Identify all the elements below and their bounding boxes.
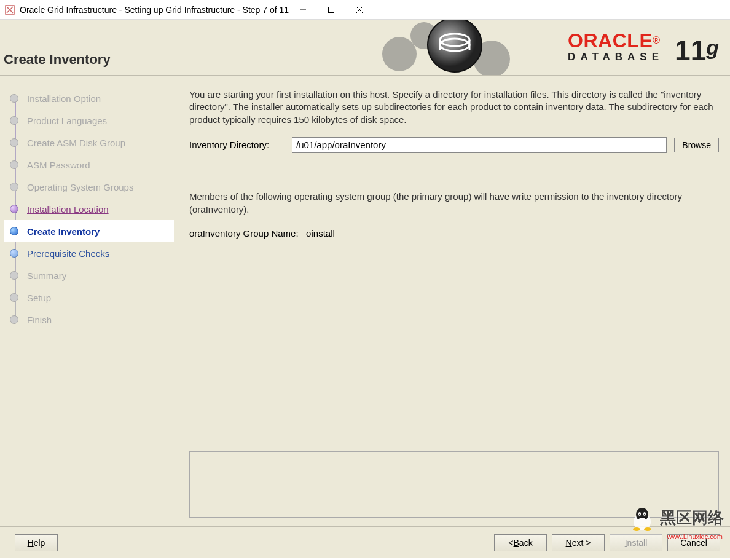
step-bullet-icon bbox=[10, 94, 18, 103]
wizard-step-product-languages: Product Languages bbox=[4, 109, 174, 132]
logo-version: 11g bbox=[675, 38, 719, 63]
step-label: Finish bbox=[27, 315, 52, 325]
step-label: Setup bbox=[27, 293, 51, 303]
help-button[interactable]: Help bbox=[15, 534, 58, 551]
minimize-button[interactable] bbox=[289, 1, 317, 19]
page-title: Create Inventory bbox=[4, 52, 111, 68]
step-bullet-icon bbox=[10, 205, 18, 213]
wizard-footer: Help < Back Next > Install Cancel bbox=[0, 526, 730, 558]
wizard-content: You are starting your first installation… bbox=[178, 76, 730, 526]
browse-button[interactable]: Browse bbox=[674, 138, 719, 152]
logo-brand: ORACLE bbox=[568, 30, 653, 52]
step-label: Operating System Groups bbox=[27, 182, 133, 192]
back-button[interactable]: < Back bbox=[494, 534, 547, 551]
step-bullet-icon bbox=[10, 227, 18, 235]
gear-art-icon bbox=[381, 20, 522, 76]
install-button[interactable]: Install bbox=[610, 534, 662, 551]
step-bullet-icon bbox=[10, 160, 18, 169]
step-label: Summary bbox=[27, 270, 66, 281]
intro-text: You are starting your first installation… bbox=[189, 89, 719, 126]
step-bullet-icon bbox=[10, 138, 18, 147]
maximize-button[interactable] bbox=[317, 1, 345, 19]
wizard-step-operating-system-groups: Operating System Groups bbox=[4, 176, 174, 198]
svg-line-4 bbox=[356, 7, 363, 13]
wizard-step-create-asm-disk-group: Create ASM Disk Group bbox=[4, 132, 174, 154]
window-controls bbox=[289, 1, 374, 19]
inventory-directory-row: Inventory Directory: Browse bbox=[189, 137, 719, 153]
step-label: Installation Location bbox=[27, 204, 109, 215]
wizard-step-installation-location[interactable]: Installation Location bbox=[4, 198, 174, 220]
svg-rect-2 bbox=[329, 7, 334, 12]
wizard-step-summary: Summary bbox=[4, 264, 174, 286]
cancel-button[interactable]: Cancel bbox=[667, 534, 720, 551]
close-button[interactable] bbox=[345, 1, 374, 19]
wizard-step-installation-option: Installation Option bbox=[4, 87, 174, 109]
step-label: Create ASM Disk Group bbox=[27, 138, 125, 148]
inventory-directory-label: Inventory Directory: bbox=[189, 140, 285, 150]
inventory-directory-input[interactable] bbox=[292, 137, 667, 153]
next-button[interactable]: Next > bbox=[552, 534, 605, 551]
message-area bbox=[189, 451, 719, 518]
wizard-header: Create Inventory ORACLE® DATABASE 11g bbox=[0, 20, 730, 76]
wizard-step-prerequisite-checks[interactable]: Prerequisite Checks bbox=[4, 242, 174, 264]
step-bullet-icon bbox=[10, 293, 18, 302]
step-label: Installation Option bbox=[27, 93, 101, 104]
logo-product: DATABASE bbox=[568, 51, 664, 63]
step-bullet-icon bbox=[10, 271, 18, 280]
step-label: Create Inventory bbox=[27, 226, 100, 237]
step-bullet-icon bbox=[10, 183, 18, 191]
window-title: Oracle Grid Infrastructure - Setting up … bbox=[20, 5, 289, 15]
app-icon bbox=[5, 5, 15, 15]
wizard-step-create-inventory: Create Inventory bbox=[4, 220, 174, 242]
orainventory-group-row: oraInventory Group Name: oinstall bbox=[189, 228, 719, 239]
step-bullet-icon bbox=[10, 249, 18, 258]
group-value: oinstall bbox=[306, 228, 335, 239]
wizard-sidebar: Installation OptionProduct LanguagesCrea… bbox=[0, 76, 178, 526]
step-bullet-icon bbox=[10, 315, 18, 324]
svg-line-3 bbox=[356, 7, 363, 13]
group-permission-text: Members of the following operating syste… bbox=[189, 190, 719, 216]
wizard-step-asm-password: ASM Password bbox=[4, 154, 174, 176]
step-bullet-icon bbox=[10, 116, 18, 125]
wizard-step-finish: Finish bbox=[4, 309, 174, 331]
wizard-step-setup: Setup bbox=[4, 286, 174, 309]
svg-point-5 bbox=[382, 37, 417, 71]
step-label: Product Languages bbox=[27, 116, 107, 126]
oracle-logo: ORACLE® DATABASE 11g bbox=[568, 30, 719, 63]
step-label: Prerequisite Checks bbox=[27, 248, 109, 259]
group-label: oraInventory Group Name: bbox=[189, 228, 299, 239]
window-titlebar: Oracle Grid Infrastructure - Setting up … bbox=[0, 0, 730, 20]
step-label: ASM Password bbox=[27, 160, 90, 170]
